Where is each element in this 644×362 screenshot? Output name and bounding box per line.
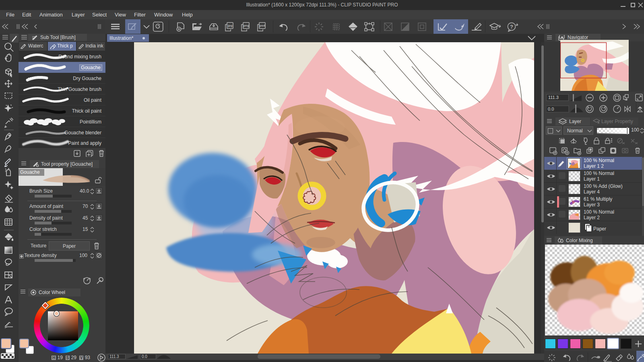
svg-text:0.0: 0.0: [548, 107, 554, 111]
svg-text:jpg: jpg: [227, 24, 233, 27]
svg-text:png: png: [244, 24, 249, 27]
svg-text:psd: psd: [260, 24, 265, 27]
svg-text:?: ?: [510, 24, 513, 30]
